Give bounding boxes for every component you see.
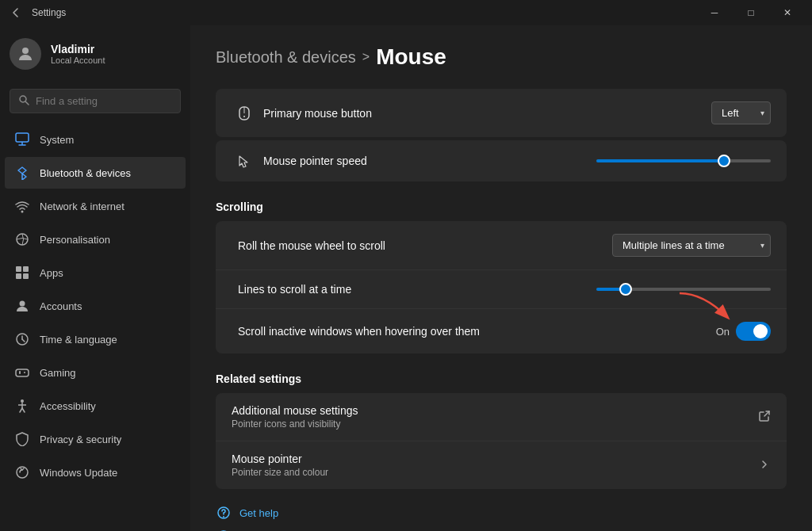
nav-network[interactable]: Network & internet <box>5 190 186 222</box>
personalisation-icon <box>14 231 30 247</box>
mouse-button-icon <box>232 105 257 121</box>
lines-to-scroll-slider[interactable] <box>596 288 771 291</box>
nav-apps[interactable]: Apps <box>5 257 186 288</box>
nav-accounts[interactable]: Accounts <box>5 290 186 322</box>
pointer-speed-label: Mouse pointer speed <box>263 155 596 167</box>
svg-rect-3 <box>16 133 29 142</box>
nav-time-label: Time & language <box>40 334 117 346</box>
svg-point-12 <box>20 301 25 307</box>
search-container <box>0 82 190 123</box>
pointer-speed-row: Mouse pointer speed <box>216 140 787 181</box>
svg-line-15 <box>22 339 25 342</box>
nav-accounts-label: Accounts <box>40 300 82 312</box>
scroll-inactive-toggle-wrapper: On <box>716 322 771 341</box>
lines-to-scroll-control <box>596 288 771 291</box>
pointer-speed-icon <box>232 153 257 169</box>
scroll-inactive-control: On <box>716 322 771 341</box>
window-title: Settings <box>32 7 66 18</box>
nav-accessibility-label: Accessibility <box>40 400 96 412</box>
help-icon <box>216 505 232 521</box>
nav-bluetooth-label: Bluetooth & devices <box>40 167 131 179</box>
lines-to-scroll-row: Lines to scroll at a time <box>216 270 787 309</box>
svg-rect-9 <box>23 266 29 272</box>
minimize-button[interactable]: ─ <box>696 0 733 25</box>
scrolling-card: Roll the mouse wheel to scroll Multiple … <box>216 221 787 353</box>
content-wrapper: Bluetooth & devices > Mouse Primary mous… <box>216 44 787 531</box>
primary-mouse-button-select[interactable]: Left Right <box>711 101 771 124</box>
mouse-pointer-subtitle: Pointer size and colour <box>232 467 758 478</box>
pointer-speed-card: Mouse pointer speed <box>216 140 787 181</box>
svg-point-0 <box>22 48 29 54</box>
svg-line-25 <box>22 408 25 412</box>
primary-mouse-button-dropdown[interactable]: Left Right ▾ <box>711 101 771 124</box>
svg-point-29 <box>243 116 245 117</box>
scroll-inactive-toggle[interactable] <box>736 322 771 341</box>
mouse-pointer-title: Mouse pointer <box>232 453 758 465</box>
external-link-icon <box>758 410 771 425</box>
close-button[interactable]: ✕ <box>769 0 806 25</box>
breadcrumb-parent[interactable]: Bluetooth & devices <box>216 48 356 67</box>
roll-mouse-wheel-control: Multiple lines at a time One screen at a… <box>612 234 771 257</box>
lines-to-scroll-label: Lines to scroll at a time <box>238 283 596 296</box>
related-settings-card: Additional mouse settings Pointer icons … <box>216 393 787 489</box>
main-layout: Vladimir Local Account <box>0 25 812 531</box>
get-help-link[interactable]: Get help <box>216 505 787 521</box>
sidebar: Vladimir Local Account <box>0 25 190 531</box>
title-bar: Settings ─ □ ✕ <box>0 0 812 25</box>
svg-point-1 <box>20 96 26 102</box>
search-input[interactable] <box>36 95 172 107</box>
primary-mouse-button-card: Primary mouse button Left Right ▾ <box>216 89 787 137</box>
nav-gaming-label: Gaming <box>40 367 76 379</box>
avatar <box>10 38 41 70</box>
roll-mouse-wheel-dropdown[interactable]: Multiple lines at a time One screen at a… <box>612 234 771 257</box>
nav-privacy[interactable]: Privacy & security <box>5 423 186 455</box>
nav-system[interactable]: System <box>5 124 186 155</box>
pointer-speed-slider-container <box>596 159 771 162</box>
svg-point-26 <box>17 467 28 478</box>
toggle-track <box>736 322 771 341</box>
breadcrumb: Bluetooth & devices > Mouse <box>216 44 787 70</box>
user-info: Vladimir Local Account <box>51 43 105 65</box>
nav-gaming[interactable]: Gaming <box>5 357 186 388</box>
get-help-label: Get help <box>239 507 278 519</box>
system-icon <box>14 132 30 147</box>
breadcrumb-current: Mouse <box>376 44 446 70</box>
scroll-inactive-label: Scroll inactive windows when hovering ov… <box>238 325 716 338</box>
roll-mouse-wheel-select[interactable]: Multiple lines at a time One screen at a… <box>612 234 771 257</box>
additional-mouse-settings-row[interactable]: Additional mouse settings Pointer icons … <box>216 393 787 441</box>
nav-accessibility[interactable]: Accessibility <box>5 390 186 422</box>
maximize-button[interactable]: □ <box>733 0 769 25</box>
network-icon <box>14 198 30 214</box>
svg-point-6 <box>21 211 24 213</box>
search-box[interactable] <box>10 89 181 113</box>
privacy-icon <box>14 431 30 447</box>
nav-personalisation[interactable]: Personalisation <box>5 223 186 255</box>
nav-time[interactable]: Time & language <box>5 323 186 355</box>
nav-apps-label: Apps <box>40 267 63 279</box>
scroll-inactive-toggle-label: On <box>716 326 730 338</box>
primary-mouse-button-label: Primary mouse button <box>263 107 711 120</box>
toggle-thumb <box>753 324 768 338</box>
primary-mouse-button-row: Primary mouse button Left Right ▾ <box>216 89 787 137</box>
svg-point-20 <box>24 372 25 373</box>
nav-update-label: Windows Update <box>40 467 117 479</box>
svg-point-32 <box>223 516 224 518</box>
svg-line-2 <box>26 102 29 105</box>
accessibility-icon <box>14 398 30 414</box>
time-icon <box>14 331 30 347</box>
user-type: Local Account <box>51 55 105 65</box>
mouse-pointer-row[interactable]: Mouse pointer Pointer size and colour <box>216 441 787 489</box>
user-profile[interactable]: Vladimir Local Account <box>0 25 190 82</box>
roll-mouse-wheel-row: Roll the mouse wheel to scroll Multiple … <box>216 221 787 270</box>
nav-bluetooth[interactable]: Bluetooth & devices <box>5 157 186 189</box>
search-icon <box>18 94 29 108</box>
nav-privacy-label: Privacy & security <box>40 434 121 445</box>
pointer-speed-slider[interactable] <box>596 159 771 162</box>
related-settings-header: Related settings <box>216 357 787 393</box>
roll-mouse-wheel-label: Roll the mouse wheel to scroll <box>238 239 612 252</box>
nav-update[interactable]: Windows Update <box>5 457 186 488</box>
apps-icon <box>14 265 30 281</box>
scrolling-header: Scrolling <box>216 185 787 221</box>
svg-rect-11 <box>23 273 29 279</box>
back-button[interactable] <box>6 3 25 22</box>
